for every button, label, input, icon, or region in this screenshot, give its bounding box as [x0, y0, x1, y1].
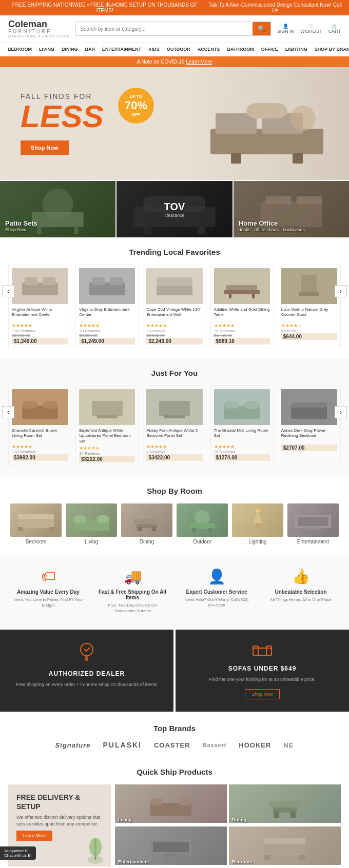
- svg-rect-30: [252, 294, 255, 298]
- svg-rect-70: [266, 646, 272, 655]
- brand-signature[interactable]: Signature: [55, 741, 91, 749]
- trending-prev[interactable]: ‹: [2, 285, 14, 297]
- svg-rect-83: [163, 854, 179, 857]
- nav-bedroom[interactable]: Bedroom: [4, 43, 35, 56]
- badge-percent: 70%: [125, 99, 147, 112]
- jfy-reviews-4: 79 Reviews: [214, 450, 270, 454]
- jfy-reviews-3: 7 Reviews: [146, 450, 202, 454]
- room-bedroom-img: [10, 503, 62, 537]
- svg-rect-32: [299, 292, 319, 296]
- just-for-you-products: ‹ Shanelle Caramel Brown Living Room Set…: [8, 386, 341, 466]
- jfy-card-1[interactable]: Shanelle Caramel Brown Living Room Set ★…: [8, 386, 71, 466]
- jfy-prev[interactable]: ‹: [2, 406, 14, 418]
- product-card-2[interactable]: Virginia Grey Entertainment Center ★★★★★…: [75, 265, 139, 348]
- jfy-card-4[interactable]: The Grande Mist Living Room Set ★★★★★ 79…: [210, 386, 274, 466]
- brand-bassett[interactable]: Bassett: [203, 742, 227, 748]
- nav-living[interactable]: Living: [35, 43, 58, 56]
- feature-selection: 👍 Unbeatable Selection All Things Home, …: [261, 563, 341, 619]
- sign-in-button[interactable]: 👤 SIGN IN: [277, 24, 295, 34]
- wishlist-button[interactable]: ♡ WISHLIST: [300, 24, 322, 34]
- room-living[interactable]: Living: [66, 503, 117, 544]
- sofa-icon: [252, 642, 273, 661]
- jfy-price-1: $3992.00: [12, 454, 68, 461]
- qs-entertainment[interactable]: Entertainment: [115, 826, 227, 866]
- jfy-name-5: Annex Dark Gray Power Reclining Sectiona…: [281, 428, 337, 442]
- room-bedroom-label: Bedroom: [26, 539, 47, 544]
- product-card-5[interactable]: Liam Walnut Natural Gray Counter Stool ★…: [278, 265, 341, 348]
- nav-bar[interactable]: Bar: [82, 43, 99, 56]
- room-lighting[interactable]: Lighting: [232, 503, 283, 544]
- logo[interactable]: Coleman FURNITURE MAKING HOME A HAPPY PL…: [8, 19, 69, 38]
- product-card-1[interactable]: Virginia Antique White Entertainment Cen…: [8, 265, 71, 348]
- svg-rect-48: [49, 527, 54, 531]
- room-entertainment[interactable]: Entertainment: [287, 503, 339, 544]
- jfy-card-3[interactable]: Abbey Park Antique White 5-Bedroom Panel…: [143, 386, 206, 466]
- chat-cta: Chat with us B!: [4, 853, 32, 858]
- sofas-promo: SOFAS UNDER $649 Find the one your looki…: [176, 630, 349, 712]
- nav-accents[interactable]: Accents: [194, 43, 224, 56]
- covid-learn-more[interactable]: Learn More: [186, 59, 212, 65]
- svg-rect-42: [244, 401, 260, 409]
- room-outdoor-img: [177, 503, 228, 537]
- qs-delivery-title: FREE DELIVERY & SETUP: [16, 793, 103, 811]
- header-icons: 👤 SIGN IN ♡ WISHLIST 🛒 CART: [277, 24, 341, 34]
- promo-tov[interactable]: TOV clearance: [117, 181, 232, 237]
- brand-coaster[interactable]: COASTER: [154, 741, 190, 749]
- jfy-name-4: The Grande Mist Living Room Set: [214, 428, 270, 442]
- svg-rect-24: [110, 277, 123, 285]
- brand-pulaski[interactable]: PULASKI: [103, 741, 142, 749]
- nav-lighting[interactable]: Lighting: [282, 43, 311, 56]
- jfy-card-2[interactable]: Baylefield Antique White Upholstered Pan…: [75, 386, 139, 466]
- qs-dining[interactable]: Dining: [229, 784, 341, 824]
- top-banner: FREE SHIPPING NATIONWIDE • FREE IN-HOME …: [0, 0, 349, 15]
- product-stars-2: ★★★★★: [79, 323, 135, 328]
- product-card-4[interactable]: Adaline White and Gold Dining Table ★★★★…: [210, 265, 274, 348]
- nav-dining[interactable]: Dining: [58, 43, 82, 56]
- hero-shop-now[interactable]: Shop Now: [21, 140, 69, 155]
- sofas-shop-now[interactable]: Shop Now: [245, 689, 280, 699]
- promo-patio-sets[interactable]: Patio Sets Shop Now: [0, 181, 115, 237]
- room-bedroom[interactable]: Bedroom: [10, 503, 62, 544]
- svg-rect-86: [264, 855, 270, 860]
- trending-next[interactable]: ›: [335, 285, 347, 297]
- promo-office-sub: desks · office chairs · bookcases: [239, 227, 305, 232]
- logo-tagline: MAKING HOME A HAPPY PLACE: [8, 34, 69, 38]
- product-orig-price-5: $699.00: [281, 329, 337, 333]
- nav-kids[interactable]: Kids: [145, 43, 163, 56]
- svg-rect-77: [269, 801, 300, 808]
- svg-rect-82: [153, 842, 189, 852]
- cart-icon: 🛒: [332, 24, 337, 29]
- nav-entertainment[interactable]: Entertainment: [99, 43, 145, 56]
- jfy-stars-4: ★★★★★: [214, 444, 270, 449]
- nav-office[interactable]: Office: [258, 43, 282, 56]
- svg-rect-21: [43, 277, 55, 285]
- qs-learn-more[interactable]: Learn More: [16, 831, 52, 841]
- brands-row: Signature PULASKI COASTER Bassett HOOKER…: [10, 741, 339, 749]
- nav-shop-by-brand[interactable]: Shop By Brand: [311, 43, 349, 56]
- jfy-card-5[interactable]: Annex Dark Gray Power Reclining Sectiona…: [278, 386, 341, 466]
- room-grid: Bedroom Living Dining Outdoor Lighting: [8, 503, 341, 544]
- svg-rect-39: [164, 415, 185, 418]
- sofas-title: SOFAS UNDER $649: [228, 665, 297, 672]
- feature-shipping: 🚚 Fast & Free Shipping On All Items Plus…: [92, 563, 172, 619]
- nav-outdoor[interactable]: Outdoor: [163, 43, 194, 56]
- brand-hooker[interactable]: HOOKER: [239, 741, 271, 749]
- promo-home-office[interactable]: Home Office desks · office chairs · book…: [234, 181, 349, 237]
- nav-bathroom[interactable]: Bathroom: [223, 43, 257, 56]
- room-dining[interactable]: Dining: [121, 503, 172, 544]
- brands-title: Top Brands: [10, 724, 339, 733]
- chat-bubble[interactable]: Jacqueline P. Chat with us B!: [0, 846, 36, 860]
- feature-selection-title: Unbeatable Selection: [275, 589, 326, 595]
- qs-living[interactable]: Living: [115, 784, 227, 824]
- search-button[interactable]: 🔍: [253, 22, 270, 35]
- room-entertainment-label: Entertainment: [297, 539, 329, 544]
- search-input[interactable]: [76, 22, 252, 35]
- product-card-3[interactable]: Cape Cod Vintage White 130" Entertainmen…: [143, 265, 206, 348]
- jfy-img-1: [12, 389, 68, 425]
- jfy-next[interactable]: ›: [335, 406, 347, 418]
- room-outdoor[interactable]: Outdoor: [177, 503, 228, 544]
- covid-text: A Note on COVID-19: [137, 59, 186, 65]
- qs-bedroom[interactable]: Bedroom: [229, 826, 341, 866]
- brand-ne[interactable]: NE: [283, 741, 294, 749]
- cart-button[interactable]: 🛒 CART: [328, 24, 341, 34]
